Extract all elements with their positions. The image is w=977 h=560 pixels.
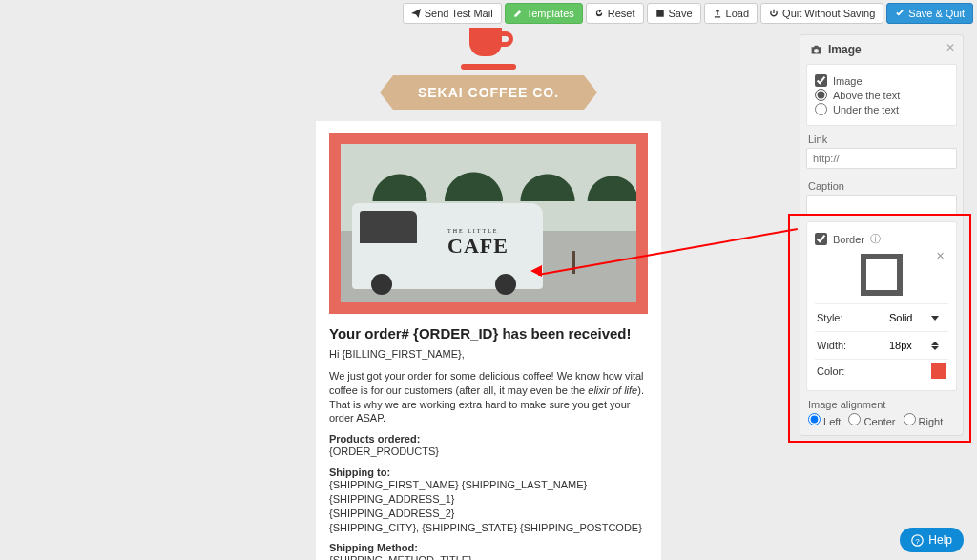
pencil-icon (513, 9, 523, 18)
email-greeting: Hi {BILLING_FIRST_NAME}, (329, 347, 648, 362)
shipping-lines: {SHIPPING_FIRST_NAME} {SHIPPING_LAST_NAM… (329, 478, 648, 534)
quit-label: Quit Without Saving (782, 8, 875, 19)
help-label: Help (928, 533, 952, 547)
upload-icon (713, 9, 722, 18)
power-icon (769, 9, 779, 18)
panel-close-icon[interactable]: ✕ (946, 41, 955, 54)
align-center-option[interactable]: Center (848, 413, 895, 427)
van-illustration: THE LITTLECAFE (352, 203, 543, 289)
under-text-radio[interactable] (815, 103, 827, 115)
brand-banner: SEKAI COFFEE CO. (393, 75, 584, 110)
brand-logo: SEKAI COFFEE CO. (393, 28, 584, 110)
above-text-row[interactable]: Above the text (815, 89, 948, 101)
alignment-row: Left Center Right (800, 413, 963, 427)
load-label: Load (726, 8, 749, 19)
color-label: Color: (817, 365, 844, 377)
reset-label: Reset (608, 8, 635, 19)
info-icon: ⓘ (870, 232, 881, 246)
products-value: {ORDER_PRODUCTS} (329, 445, 648, 459)
panel-title: Image (828, 43, 862, 56)
align-right-option[interactable]: Right (904, 413, 944, 427)
method-value: {SHIPPING_METHOD_TITLE} (329, 553, 648, 560)
method-heading: Shipping Method: (329, 542, 648, 553)
border-preview: ✕ (815, 248, 948, 303)
border-enabled-row[interactable]: Border ⓘ (815, 232, 948, 246)
saucer-icon (461, 64, 516, 70)
image-enabled-checkbox[interactable] (815, 74, 827, 87)
border-enabled-checkbox[interactable] (815, 233, 827, 245)
above-text-radio[interactable] (815, 89, 827, 101)
border-color-row: Color: (815, 359, 948, 383)
panel-header: Image (800, 35, 963, 64)
border-group: Border ⓘ ✕ Style: Width: Color: (806, 221, 957, 391)
border-preview-square (861, 254, 903, 296)
width-label: Width: (817, 340, 846, 351)
send-test-label: Send Test Mail (425, 8, 493, 19)
help-button[interactable]: ? Help (900, 528, 964, 552)
caption-label: Caption (808, 180, 955, 192)
refresh-icon (594, 9, 604, 18)
image-enabled-row[interactable]: Image (815, 74, 948, 87)
image-properties-panel: Image ✕ Image Above the text Under the t… (800, 34, 964, 436)
cup-icon (464, 28, 513, 62)
align-left-option[interactable]: Left (808, 413, 841, 427)
link-label: Link (808, 134, 955, 145)
chevron-down-icon[interactable] (931, 316, 939, 321)
style-select[interactable] (885, 308, 946, 327)
check-icon (895, 9, 904, 18)
link-input[interactable] (806, 148, 957, 169)
products-heading: Products ordered: (329, 433, 648, 445)
cafe-sign-big: CAFE (447, 234, 509, 258)
caption-input[interactable] (806, 195, 957, 216)
save-quit-label: Save & Quit (908, 8, 965, 19)
save-label: Save (669, 8, 693, 19)
camera-icon (810, 44, 822, 56)
width-stepper[interactable] (885, 336, 946, 355)
brand-text: SEKAI COFFEE CO. (418, 85, 559, 100)
step-down-icon[interactable] (931, 346, 939, 350)
templates-label: Templates (527, 8, 574, 19)
border-width-row: Width: (815, 331, 948, 359)
step-up-icon[interactable] (931, 342, 939, 345)
hero-image[interactable]: THE LITTLECAFE (329, 133, 648, 314)
alignment-label: Image alignment (808, 399, 955, 410)
save-button[interactable]: Save (647, 3, 701, 24)
style-label: Style: (817, 312, 843, 323)
image-placement-group: Image Above the text Under the text (806, 64, 957, 126)
help-icon: ? (911, 534, 924, 547)
email-card: THE LITTLECAFE Your order# {ORDER_ID} ha… (316, 121, 661, 560)
send-test-button[interactable]: Send Test Mail (403, 3, 502, 24)
reset-button[interactable]: Reset (586, 3, 644, 24)
email-intro: We just got your order for some deliciou… (329, 369, 648, 425)
under-text-row[interactable]: Under the text (815, 103, 948, 115)
email-title: Your order# {ORDER_ID} has been received… (329, 325, 648, 342)
border-style-row: Style: (815, 303, 948, 331)
save-quit-button[interactable]: Save & Quit (886, 3, 973, 24)
shipping-heading: Shipping to: (329, 467, 648, 478)
save-icon (655, 9, 665, 18)
top-toolbar: Send Test Mail Templates Reset Save Load… (403, 3, 973, 24)
templates-button[interactable]: Templates (505, 3, 583, 24)
color-swatch[interactable] (931, 363, 946, 379)
quit-button[interactable]: Quit Without Saving (760, 3, 883, 24)
border-reset-icon[interactable]: ✕ (936, 250, 945, 262)
svg-text:?: ? (916, 536, 921, 545)
load-button[interactable]: Load (704, 3, 758, 24)
paper-plane-icon (411, 9, 421, 18)
